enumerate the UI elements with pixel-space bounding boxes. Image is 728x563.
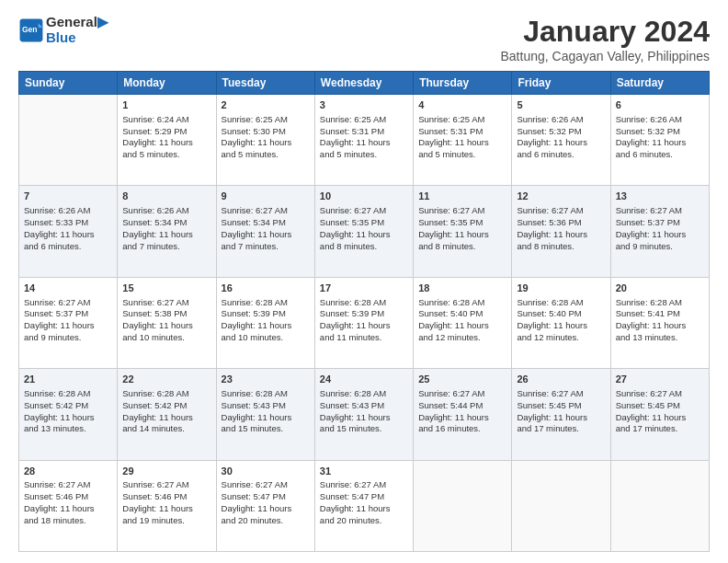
day-info: Sunrise: 6:27 AMSunset: 5:36 PMDaylight:… bbox=[517, 205, 605, 252]
day-number: 30 bbox=[222, 465, 310, 478]
calendar-cell: 29Sunrise: 6:27 AMSunset: 5:46 PMDayligh… bbox=[118, 460, 216, 551]
calendar-cell: 7Sunrise: 6:26 AMSunset: 5:33 PMDaylight… bbox=[19, 186, 118, 277]
day-info: Sunrise: 6:28 AMSunset: 5:39 PMDaylight:… bbox=[320, 297, 408, 344]
calendar-week-row: 1Sunrise: 6:24 AMSunset: 5:29 PMDaylight… bbox=[19, 95, 710, 186]
weekday-header: Thursday bbox=[414, 72, 512, 95]
day-number: 3 bbox=[320, 98, 408, 112]
day-info: Sunrise: 6:27 AMSunset: 5:37 PMDaylight:… bbox=[24, 297, 112, 344]
calendar-header-row: SundayMondayTuesdayWednesdayThursdayFrid… bbox=[19, 72, 710, 95]
calendar-week-row: 21Sunrise: 6:28 AMSunset: 5:42 PMDayligh… bbox=[19, 369, 710, 460]
logo-icon: Gen bbox=[18, 17, 44, 43]
calendar-cell: 27Sunrise: 6:27 AMSunset: 5:45 PMDayligh… bbox=[610, 369, 709, 460]
calendar-cell: 19Sunrise: 6:28 AMSunset: 5:40 PMDayligh… bbox=[512, 277, 610, 368]
day-number: 28 bbox=[24, 465, 112, 478]
calendar-cell: 16Sunrise: 6:28 AMSunset: 5:39 PMDayligh… bbox=[216, 277, 314, 368]
day-number: 31 bbox=[320, 465, 408, 478]
day-info: Sunrise: 6:28 AMSunset: 5:42 PMDaylight:… bbox=[24, 388, 112, 435]
day-number: 17 bbox=[320, 282, 408, 295]
calendar-cell: 13Sunrise: 6:27 AMSunset: 5:37 PMDayligh… bbox=[610, 186, 709, 277]
day-info: Sunrise: 6:27 AMSunset: 5:38 PMDaylight:… bbox=[122, 297, 210, 344]
calendar-cell: 26Sunrise: 6:27 AMSunset: 5:45 PMDayligh… bbox=[512, 369, 610, 460]
calendar-cell: 1Sunrise: 6:24 AMSunset: 5:29 PMDaylight… bbox=[118, 95, 216, 186]
calendar-cell bbox=[414, 460, 512, 551]
day-number: 19 bbox=[517, 282, 605, 295]
weekday-header: Saturday bbox=[610, 72, 709, 95]
day-number: 22 bbox=[122, 373, 210, 386]
day-info: Sunrise: 6:27 AMSunset: 5:34 PMDaylight:… bbox=[222, 205, 310, 252]
day-number: 13 bbox=[616, 190, 704, 203]
calendar-cell: 17Sunrise: 6:28 AMSunset: 5:39 PMDayligh… bbox=[314, 277, 413, 368]
logo-text: General▶ Blue bbox=[46, 15, 108, 45]
day-info: Sunrise: 6:28 AMSunset: 5:43 PMDaylight:… bbox=[222, 388, 310, 435]
day-number: 15 bbox=[122, 282, 210, 295]
day-info: Sunrise: 6:26 AMSunset: 5:34 PMDaylight:… bbox=[122, 205, 210, 252]
calendar-week-row: 7Sunrise: 6:26 AMSunset: 5:33 PMDaylight… bbox=[19, 186, 710, 277]
day-number: 18 bbox=[418, 282, 506, 295]
page-title: January 2024 bbox=[500, 15, 710, 49]
day-info: Sunrise: 6:27 AMSunset: 5:45 PMDaylight:… bbox=[517, 388, 605, 435]
calendar-cell: 30Sunrise: 6:27 AMSunset: 5:47 PMDayligh… bbox=[216, 460, 314, 551]
day-info: Sunrise: 6:27 AMSunset: 5:47 PMDaylight:… bbox=[222, 479, 310, 526]
header: Gen General▶ Blue January 2024 Battung, … bbox=[18, 15, 710, 63]
day-number: 2 bbox=[222, 98, 310, 112]
day-info: Sunrise: 6:26 AMSunset: 5:32 PMDaylight:… bbox=[517, 114, 605, 161]
calendar-cell: 6Sunrise: 6:26 AMSunset: 5:32 PMDaylight… bbox=[610, 95, 709, 186]
calendar-cell: 2Sunrise: 6:25 AMSunset: 5:30 PMDaylight… bbox=[216, 95, 314, 186]
calendar-cell: 18Sunrise: 6:28 AMSunset: 5:40 PMDayligh… bbox=[414, 277, 512, 368]
day-info: Sunrise: 6:24 AMSunset: 5:29 PMDaylight:… bbox=[122, 114, 210, 161]
logo: Gen General▶ Blue bbox=[18, 15, 108, 45]
day-number: 23 bbox=[222, 373, 310, 386]
weekday-header: Wednesday bbox=[314, 72, 413, 95]
day-number: 29 bbox=[122, 465, 210, 478]
calendar-cell: 10Sunrise: 6:27 AMSunset: 5:35 PMDayligh… bbox=[314, 186, 413, 277]
calendar-week-row: 14Sunrise: 6:27 AMSunset: 5:37 PMDayligh… bbox=[19, 277, 710, 368]
calendar-cell: 12Sunrise: 6:27 AMSunset: 5:36 PMDayligh… bbox=[512, 186, 610, 277]
day-info: Sunrise: 6:27 AMSunset: 5:35 PMDaylight:… bbox=[418, 205, 506, 252]
day-info: Sunrise: 6:28 AMSunset: 5:40 PMDaylight:… bbox=[517, 297, 605, 344]
day-number: 16 bbox=[222, 282, 310, 295]
day-number: 21 bbox=[24, 373, 112, 386]
day-info: Sunrise: 6:25 AMSunset: 5:30 PMDaylight:… bbox=[222, 114, 310, 161]
day-info: Sunrise: 6:27 AMSunset: 5:35 PMDaylight:… bbox=[320, 205, 408, 252]
calendar-cell: 21Sunrise: 6:28 AMSunset: 5:42 PMDayligh… bbox=[19, 369, 118, 460]
calendar-week-row: 28Sunrise: 6:27 AMSunset: 5:46 PMDayligh… bbox=[19, 460, 710, 551]
calendar-cell bbox=[610, 460, 709, 551]
day-number: 1 bbox=[122, 98, 210, 112]
weekday-header: Sunday bbox=[19, 72, 118, 95]
calendar-cell: 23Sunrise: 6:28 AMSunset: 5:43 PMDayligh… bbox=[216, 369, 314, 460]
title-block: January 2024 Battung, Cagayan Valley, Ph… bbox=[500, 15, 710, 63]
calendar-cell: 8Sunrise: 6:26 AMSunset: 5:34 PMDaylight… bbox=[118, 186, 216, 277]
day-info: Sunrise: 6:26 AMSunset: 5:33 PMDaylight:… bbox=[24, 205, 112, 252]
day-number: 25 bbox=[418, 373, 506, 386]
day-info: Sunrise: 6:27 AMSunset: 5:44 PMDaylight:… bbox=[418, 388, 506, 435]
weekday-header: Friday bbox=[512, 72, 610, 95]
day-number: 24 bbox=[320, 373, 408, 386]
calendar-cell: 22Sunrise: 6:28 AMSunset: 5:42 PMDayligh… bbox=[118, 369, 216, 460]
calendar-cell: 20Sunrise: 6:28 AMSunset: 5:41 PMDayligh… bbox=[610, 277, 709, 368]
day-info: Sunrise: 6:27 AMSunset: 5:46 PMDaylight:… bbox=[122, 479, 210, 526]
day-number: 7 bbox=[24, 190, 112, 203]
calendar-cell: 28Sunrise: 6:27 AMSunset: 5:46 PMDayligh… bbox=[19, 460, 118, 551]
calendar: SundayMondayTuesdayWednesdayThursdayFrid… bbox=[18, 71, 710, 552]
day-info: Sunrise: 6:28 AMSunset: 5:41 PMDaylight:… bbox=[616, 297, 704, 344]
calendar-cell: 4Sunrise: 6:25 AMSunset: 5:31 PMDaylight… bbox=[414, 95, 512, 186]
day-info: Sunrise: 6:25 AMSunset: 5:31 PMDaylight:… bbox=[418, 114, 506, 161]
day-number: 20 bbox=[616, 282, 704, 295]
calendar-cell bbox=[19, 95, 118, 186]
day-number: 11 bbox=[418, 190, 506, 203]
day-info: Sunrise: 6:28 AMSunset: 5:39 PMDaylight:… bbox=[222, 297, 310, 344]
calendar-cell: 9Sunrise: 6:27 AMSunset: 5:34 PMDaylight… bbox=[216, 186, 314, 277]
day-number: 5 bbox=[517, 98, 605, 112]
day-info: Sunrise: 6:28 AMSunset: 5:43 PMDaylight:… bbox=[320, 388, 408, 435]
calendar-cell: 25Sunrise: 6:27 AMSunset: 5:44 PMDayligh… bbox=[414, 369, 512, 460]
day-info: Sunrise: 6:28 AMSunset: 5:40 PMDaylight:… bbox=[418, 297, 506, 344]
day-number: 4 bbox=[418, 98, 506, 112]
page-subtitle: Battung, Cagayan Valley, Philippines bbox=[500, 49, 710, 63]
calendar-cell: 31Sunrise: 6:27 AMSunset: 5:47 PMDayligh… bbox=[314, 460, 413, 551]
day-number: 27 bbox=[616, 373, 704, 386]
day-info: Sunrise: 6:26 AMSunset: 5:32 PMDaylight:… bbox=[616, 114, 704, 161]
day-info: Sunrise: 6:25 AMSunset: 5:31 PMDaylight:… bbox=[320, 114, 408, 161]
calendar-cell: 11Sunrise: 6:27 AMSunset: 5:35 PMDayligh… bbox=[414, 186, 512, 277]
calendar-cell bbox=[512, 460, 610, 551]
day-info: Sunrise: 6:27 AMSunset: 5:37 PMDaylight:… bbox=[616, 205, 704, 252]
